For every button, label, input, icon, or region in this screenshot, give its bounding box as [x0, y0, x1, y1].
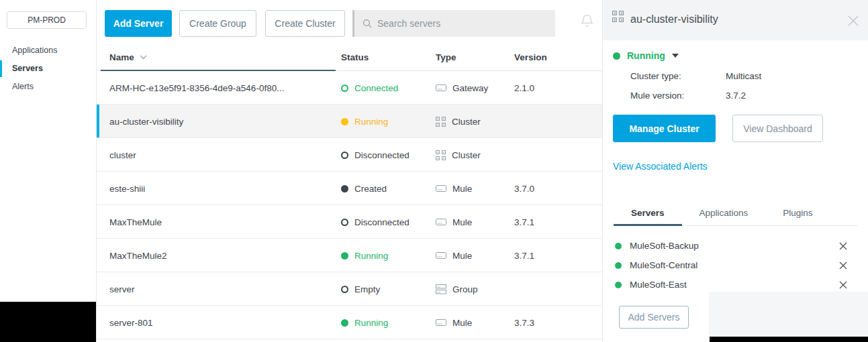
add-server-button[interactable]: Add Server — [105, 10, 172, 37]
status-label: Created — [354, 184, 387, 194]
view-dashboard-button[interactable]: View Dashboard — [732, 115, 823, 142]
server-status: Created — [341, 172, 387, 205]
add-servers-button[interactable]: Add Servers — [619, 306, 689, 329]
table-header: Name Status Type Version — [97, 47, 602, 71]
server-version: 2.1.0 — [514, 71, 534, 105]
panel-server-name: MuleSoft-Backup — [630, 241, 839, 251]
status-dot-icon — [341, 152, 348, 159]
detail-label: Cluster type: — [630, 71, 726, 81]
runtime-manager-app: PM-PROD ApplicationsServersAlerts Add Se… — [0, 0, 868, 342]
cluster-icon — [612, 11, 624, 25]
close-icon — [848, 15, 859, 26]
detail-value: Multicast — [726, 71, 761, 81]
remove-server-button[interactable] — [839, 280, 849, 290]
cluster-icon — [436, 150, 446, 160]
panel-server-row: MuleSoft-Backup — [615, 236, 858, 255]
status-dot-icon — [341, 219, 348, 226]
notifications-bell-button[interactable] — [580, 13, 596, 31]
table-row[interactable]: clusterDisconnectedCluster — [97, 138, 602, 172]
server-status: Running — [341, 239, 388, 272]
table-row[interactable]: server-801RunningMule3.7.3 — [97, 306, 602, 339]
status-label: Disconnected — [354, 150, 409, 160]
search-input[interactable] — [377, 18, 545, 29]
panel-close-button[interactable] — [848, 15, 860, 27]
tab-servers[interactable]: Servers — [614, 203, 682, 226]
panel-server-name: MuleSoft-East — [630, 280, 839, 290]
sidebar-item-label: Alerts — [12, 82, 34, 91]
type-label: Gateway — [452, 83, 488, 93]
status-label: Connected — [354, 83, 398, 93]
status-label: Running — [354, 251, 388, 261]
column-label: Status — [341, 52, 369, 62]
tab-plugins[interactable]: Plugins — [765, 203, 830, 226]
table-row[interactable]: au-cluster-visibilityRunningCluster — [97, 105, 602, 138]
sidebar-item-label: Servers — [12, 64, 43, 73]
sidebar-item-label: Applications — [12, 46, 57, 55]
server-status: Running — [341, 105, 388, 138]
status-dot-icon — [341, 185, 348, 192]
table-row[interactable]: este-shiiiCreatedMule3.7.0 — [97, 172, 602, 205]
status-dot-icon — [341, 319, 348, 327]
remove-server-button[interactable] — [839, 241, 849, 251]
sidebar: PM-PROD ApplicationsServersAlerts — [0, 0, 97, 342]
panel-title: au-cluster-visibility — [630, 13, 718, 25]
panel-server-name: MuleSoft-Central — [630, 260, 839, 270]
column-header-status[interactable]: Status — [341, 52, 369, 62]
server-type: Cluster — [436, 138, 481, 172]
sidebar-item-applications[interactable]: Applications — [0, 42, 96, 60]
cluster-details: Cluster type:MulticastMule version:3.7.2 — [630, 66, 852, 105]
status-dot-icon — [613, 52, 620, 60]
server-type: Mule — [436, 205, 472, 239]
status-dot-icon — [341, 118, 348, 125]
panel-server-list: MuleSoft-BackupMuleSoft-CentralMuleSoft-… — [615, 236, 858, 294]
panel-header: au-cluster-visibility — [603, 0, 868, 40]
status-dot-icon — [341, 286, 348, 293]
server-name: server — [109, 272, 135, 306]
type-label: Cluster — [452, 117, 481, 127]
type-label: Cluster — [452, 150, 481, 160]
sidebar-item-alerts[interactable]: Alerts — [0, 78, 96, 96]
server-status: Empty — [341, 272, 380, 306]
table-row[interactable]: MaxTheMule2RunningMule3.7.1 — [97, 239, 602, 272]
status-dropdown[interactable]: Running — [613, 50, 679, 61]
column-header-name[interactable]: Name — [109, 52, 147, 62]
server-name: server-801 — [109, 306, 153, 339]
column-header-version[interactable]: Version — [514, 52, 547, 62]
server-version: 3.7.0 — [514, 172, 534, 205]
create-cluster-button[interactable]: Create Cluster — [265, 10, 345, 37]
sidebar-item-servers[interactable]: Servers — [0, 60, 96, 78]
server-status: Disconnected — [341, 138, 409, 172]
server-name: ARM-HC-e13e5f91-8356-4de9-a546-0f80... — [109, 71, 284, 105]
server-name: MaxTheMule2 — [109, 239, 167, 272]
status-label: Running — [627, 50, 665, 61]
mule-icon — [436, 319, 446, 327]
screenshot-void — [710, 337, 868, 342]
screenshot-void — [0, 302, 96, 342]
server-status: Disconnected — [341, 205, 409, 239]
view-associated-alerts-link[interactable]: View Associated Alerts — [613, 161, 708, 172]
server-name: cluster — [109, 138, 136, 172]
server-status: Connected — [341, 71, 398, 105]
type-label: Mule — [452, 184, 472, 194]
status-dot-icon — [341, 252, 348, 260]
bell-icon — [580, 13, 594, 30]
tab-applications[interactable]: Applications — [682, 203, 766, 226]
status-dot-icon — [615, 282, 622, 288]
gateway-icon — [436, 84, 446, 93]
table-row[interactable]: MaxTheMuleDisconnectedMule3.7.1 — [97, 205, 602, 239]
create-group-button[interactable]: Create Group — [179, 10, 256, 37]
status-label: Disconnected — [354, 217, 409, 227]
search-box — [352, 10, 555, 37]
manage-cluster-button[interactable]: Manage Cluster — [613, 115, 716, 142]
group-icon — [436, 284, 446, 294]
environment-selector[interactable]: PM-PROD — [7, 11, 87, 29]
panel-background-area — [709, 292, 868, 342]
table-row[interactable]: serverEmptyGroup — [97, 272, 602, 306]
server-name: au-cluster-visibility — [109, 105, 183, 138]
detail-row: Cluster type:Multicast — [630, 66, 852, 86]
remove-server-button[interactable] — [839, 261, 849, 270]
type-label: Group — [452, 284, 478, 294]
server-status: Running — [341, 306, 388, 339]
column-header-type[interactable]: Type — [436, 52, 456, 62]
table-row[interactable]: ARM-HC-e13e5f91-8356-4de9-a546-0f80...Co… — [97, 71, 602, 105]
